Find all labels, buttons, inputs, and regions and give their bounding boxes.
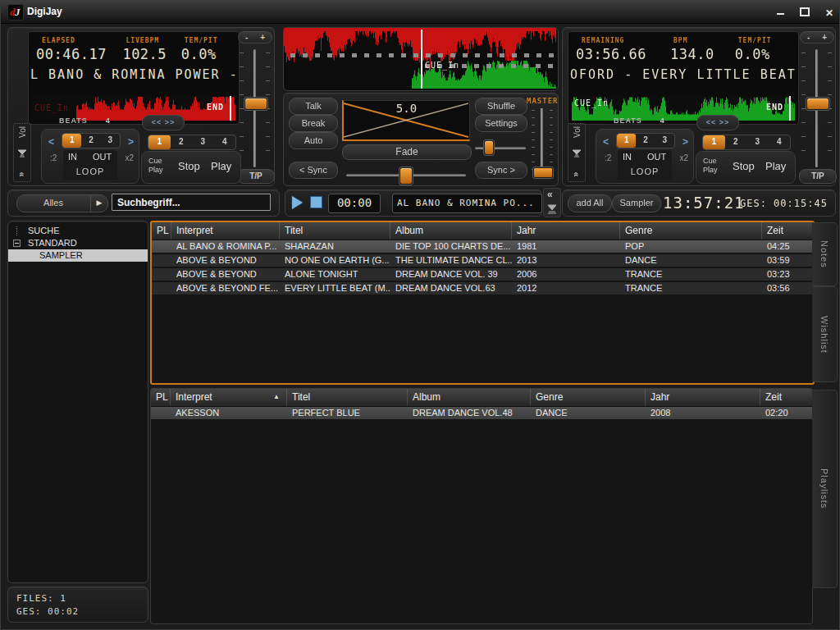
talk-button[interactable]: Talk <box>289 98 338 115</box>
loop-length-1[interactable]: 1 <box>62 134 81 148</box>
load-sampler-icon[interactable] <box>546 204 558 214</box>
deck-right-waveform[interactable]: CUE_In END <box>572 96 795 121</box>
dropdown-arrow-icon[interactable]: ▶ <box>90 195 107 212</box>
loop-length-3[interactable]: 3 <box>655 134 674 148</box>
loop-next-button[interactable]: > <box>128 136 134 148</box>
tp-button[interactable]: T/P <box>799 169 837 184</box>
table-row[interactable]: ABOVE & BEYOND FE... EVERY LITTLE BEAT (… <box>152 282 813 296</box>
pitch-fader-handle[interactable] <box>244 98 267 110</box>
loop-button[interactable]: LOOP <box>42 167 139 176</box>
beats-value: 4 <box>106 116 111 125</box>
collapse-library-button[interactable]: « <box>543 188 561 217</box>
tree-collapse-icon[interactable] <box>13 240 21 247</box>
loop-button[interactable]: LOOP <box>596 167 693 176</box>
cue-point-2[interactable]: 2 <box>725 135 747 149</box>
loop-prev-button[interactable]: < <box>603 136 609 148</box>
loop-length-2[interactable]: 2 <box>636 134 655 148</box>
expand-chevron-icon[interactable]: « <box>17 171 27 176</box>
cue-play-button[interactable]: CuePlay <box>703 157 718 175</box>
expand-chevron-icon[interactable]: « <box>572 171 582 176</box>
seek-buttons[interactable]: << >> <box>696 115 739 130</box>
loop-in-button[interactable]: IN <box>623 152 632 162</box>
cue-point-3[interactable]: 3 <box>192 135 214 149</box>
sync-right-button[interactable]: Sync > <box>475 162 527 179</box>
tree-item-sampler[interactable]: SAMPLER <box>8 249 148 262</box>
loop-length-pills[interactable]: 1 2 3 <box>62 133 121 148</box>
loop-in-button[interactable]: IN <box>68 152 77 162</box>
search-filter-dropdown[interactable]: Alles ▶ <box>16 194 108 212</box>
cue-point-4[interactable]: 4 <box>214 135 236 149</box>
search-input[interactable] <box>112 194 271 211</box>
loop-length-2[interactable]: 2 <box>81 134 100 148</box>
loop-out-button[interactable]: OUT <box>93 152 112 162</box>
table-row[interactable]: AL BANO & ROMINA P... SHARAZANDIE TOP 10… <box>152 240 813 254</box>
table-row[interactable]: AKESSON PERFECT BLUEDREAM DANCE VOL.48 D… <box>151 407 812 421</box>
library-table-header[interactable]: PLInterpret TitelAlbum JahrGenre Zeit <box>152 222 813 240</box>
pitch-minus-button[interactable]: - <box>807 32 810 43</box>
volume-strip[interactable]: Vol « <box>568 123 586 182</box>
tab-playlists[interactable]: Playlists <box>812 390 838 588</box>
play-button[interactable]: Play <box>211 160 231 172</box>
pitch-plus-button[interactable]: + <box>260 32 265 43</box>
preview-play-button[interactable] <box>292 196 303 209</box>
close-button[interactable]: ✕ <box>819 5 839 19</box>
loop-length-1[interactable]: 1 <box>617 134 636 148</box>
preview-stop-button[interactable] <box>310 196 322 208</box>
volume-strip[interactable]: Vol « <box>13 123 31 182</box>
loop-length-pills[interactable]: 1 2 3 <box>616 133 675 148</box>
loop-length-3[interactable]: 3 <box>101 134 120 148</box>
files-total-time: GES: 00:02 <box>16 605 148 619</box>
minimize-button[interactable] <box>770 5 790 19</box>
loop-prev-button[interactable]: < <box>48 136 54 148</box>
settings-button[interactable]: Settings <box>475 115 527 132</box>
overview-waveform[interactable]: CUE_In <box>283 27 559 91</box>
fade-button[interactable]: Fade <box>342 144 472 160</box>
loop-half-button[interactable]: :2 <box>50 153 57 162</box>
tp-button[interactable]: T/P <box>237 169 275 184</box>
pitch-bend-buttons[interactable]: - + <box>238 31 272 43</box>
table-row[interactable]: ABOVE & BEYOND ALONE TONIGHTDREAM DANCE … <box>152 268 813 282</box>
loop-double-button[interactable]: x2 <box>679 153 688 162</box>
maximize-button[interactable] <box>795 5 815 19</box>
shuffle-button[interactable]: Shuffle <box>475 98 527 115</box>
loop-half-button[interactable]: :2 <box>605 153 611 162</box>
tree-item-standard[interactable]: STANDARD <box>8 237 148 249</box>
balance-track[interactable] <box>475 147 526 149</box>
stop-button[interactable]: Stop <box>733 160 755 172</box>
pitch-fader-handle[interactable] <box>806 98 829 110</box>
cue-point-3[interactable]: 3 <box>746 135 769 149</box>
cue-point-pills[interactable]: 1 2 3 4 <box>148 135 236 150</box>
sync-left-button[interactable]: < Sync <box>289 162 338 179</box>
cue-point-pills[interactable]: 1 2 3 4 <box>702 135 791 150</box>
vol-label: Vol <box>573 126 582 138</box>
balance-handle[interactable] <box>484 140 494 155</box>
pitch-plus-button[interactable]: + <box>822 32 827 43</box>
cue-play-button[interactable]: CuePlay <box>148 157 163 175</box>
table-row[interactable]: ABOVE & BEYOND NO ONE ON EARTH (G...THE … <box>152 254 813 268</box>
auto-button[interactable]: Auto <box>289 132 338 149</box>
sampler-button[interactable]: Sampler <box>612 194 661 212</box>
pitch-minus-button[interactable]: - <box>245 32 248 43</box>
loop-double-button[interactable]: x2 <box>125 153 134 162</box>
tree-item-suche[interactable]: SUCHE <box>8 225 148 237</box>
master-fader-handle[interactable] <box>533 167 553 178</box>
tab-notes[interactable]: Notes <box>812 222 838 286</box>
elapsed-value: 00:46.17 <box>29 46 112 62</box>
cue-point-1[interactable]: 1 <box>703 135 725 149</box>
loop-next-button[interactable]: > <box>682 136 688 148</box>
break-button[interactable]: Break <box>289 115 338 132</box>
cue-point-1[interactable]: 1 <box>148 135 171 149</box>
crossfader-handle[interactable] <box>399 167 413 185</box>
add-all-button[interactable]: add All <box>568 194 612 212</box>
pitch-bend-buttons[interactable]: - + <box>800 31 834 43</box>
play-button[interactable]: Play <box>765 160 786 172</box>
tab-wishlist[interactable]: Wishlist <box>812 286 838 382</box>
cue-point-4[interactable]: 4 <box>769 135 791 149</box>
cue-point-2[interactable]: 2 <box>171 135 193 149</box>
overview-playhead <box>421 30 422 89</box>
now-playing-display: AL BANO & ROMINA PO... <box>392 194 542 213</box>
loop-out-button[interactable]: OUT <box>647 152 666 162</box>
playlist-table-header[interactable]: PL Interpret ▲ TitelAlbum GenreJahr Zeit <box>151 389 812 407</box>
stop-button[interactable]: Stop <box>178 160 200 172</box>
seek-buttons[interactable]: << >> <box>142 115 185 130</box>
